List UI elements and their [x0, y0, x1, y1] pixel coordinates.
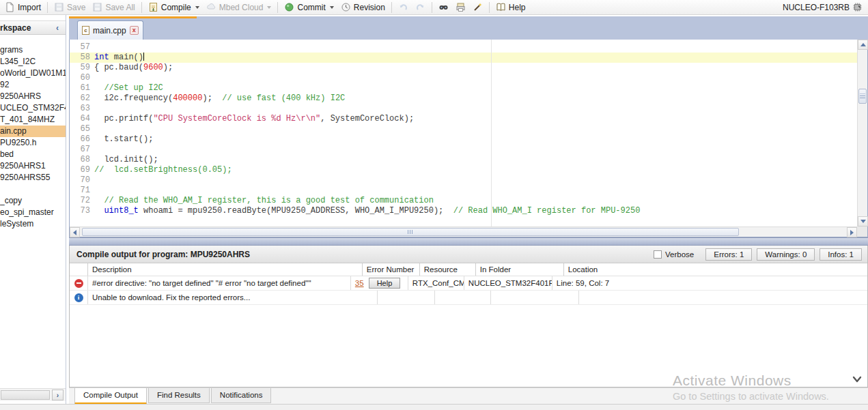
code-line-58[interactable]: 58int main() — [70, 53, 857, 63]
infos-button[interactable]: Infos: 1 — [820, 248, 862, 261]
import-button[interactable]: Import — [1, 1, 44, 14]
code-line-66[interactable]: 66 t.start(); — [70, 134, 857, 145]
code-area[interactable]: 57 58int main()59{ pc.baud(9600);60 61 /… — [70, 40, 857, 226]
board-chip-icon — [852, 2, 863, 12]
cloud-icon — [206, 2, 216, 12]
vscroll-thumb[interactable] — [858, 89, 867, 104]
scroll-up-button[interactable] — [858, 40, 868, 50]
counter-buttons: Errors: 1Warnings: 0Infos: 1 — [701, 250, 862, 259]
chevron-down-icon[interactable] — [195, 6, 199, 9]
col-resource[interactable]: Resource — [419, 263, 475, 276]
code-line-67[interactable]: 67 — [70, 145, 857, 155]
panel-splitter[interactable] — [69, 237, 868, 246]
code-line-69[interactable]: 69// lcd.setBrightness(0.05); — [70, 165, 857, 175]
chevron-down-icon[interactable] — [852, 375, 863, 384]
code-line-65[interactable]: 65 — [70, 124, 857, 134]
in-folder-cell — [490, 291, 578, 304]
help-button[interactable]: Help — [492, 1, 529, 14]
code-line-63[interactable]: 63 — [70, 104, 857, 114]
code-line-59[interactable]: 59{ pc.baud(9600); — [70, 63, 857, 73]
tree-item-grams[interactable]: grams — [0, 44, 66, 56]
output-row-info[interactable]: iUnable to download. Fix the reported er… — [70, 291, 867, 305]
error-number-cell: 35Help — [350, 276, 408, 290]
code-line-70[interactable]: 70 — [70, 175, 857, 186]
bottom-tabbar: Compile OutputFind ResultsNotifications — [69, 387, 868, 404]
output-row-error[interactable]: #error directive: "no target defined" "#… — [70, 276, 867, 291]
warnings-button[interactable]: Warnings: 0 — [757, 248, 815, 261]
scroll-right-button[interactable] — [847, 227, 857, 237]
tree-item-pu9250-h[interactable]: PU9250.h — [0, 137, 66, 149]
code-line-71[interactable]: 71 — [70, 186, 857, 196]
tree-item-eo-spi-master[interactable]: eo_spi_master — [0, 207, 66, 218]
sidebar-scroll-right-button[interactable]: › — [52, 390, 64, 400]
print-button[interactable] — [452, 1, 469, 14]
editor-tabstrip: c main.cpp x — [69, 16, 868, 40]
hscroll-thumb[interactable] — [82, 228, 739, 236]
tab-notifications[interactable]: Notifications — [211, 388, 272, 403]
line-number: 72 — [70, 196, 94, 206]
commit-button[interactable]: Commit — [281, 1, 337, 14]
help-button[interactable]: Help — [369, 278, 401, 289]
code-line-61[interactable]: 61 //Set up I2C — [70, 83, 857, 93]
info-icon: i — [74, 293, 83, 302]
resource-cell — [434, 291, 490, 304]
tree-item-9250ahrs55[interactable]: 9250AHRS55 — [0, 172, 66, 184]
revision-button[interactable]: Revision — [337, 1, 389, 14]
errors-button[interactable]: Errors: 1 — [705, 248, 752, 261]
verbose-label: Verbose — [665, 250, 694, 259]
tree-item-ain-cpp[interactable]: ain.cpp — [0, 126, 66, 137]
editor-vscrollbar[interactable] — [857, 40, 867, 226]
compile-button[interactable]: Compile — [145, 1, 203, 14]
chevron-down-icon[interactable] — [267, 6, 271, 9]
scroll-left-button[interactable] — [70, 227, 80, 237]
code-line-73[interactable]: 73 uint8_t whoami = mpu9250.readByte(MPU… — [70, 206, 857, 216]
tree-item--copy[interactable]: _copy — [0, 195, 66, 207]
error-number-link[interactable]: 35 — [355, 279, 364, 287]
code-line-57[interactable]: 57 — [70, 42, 857, 53]
col-location[interactable]: Location — [563, 263, 867, 276]
col-in-folder[interactable]: In Folder — [475, 263, 563, 276]
selected-device[interactable]: NUCLEO-F103RB — [783, 2, 864, 12]
tab-find-results[interactable]: Find Results — [148, 388, 210, 403]
tree-item-92[interactable]: 92 — [0, 79, 66, 91]
code-line-60[interactable]: 60 — [70, 73, 857, 83]
close-tab-icon[interactable]: x — [130, 26, 139, 35]
tab-main-cpp[interactable]: c main.cpp x — [77, 20, 143, 40]
tree-item-l345-i2c[interactable]: L345_I2C — [0, 56, 66, 68]
sidebar-hscroll-thumb[interactable] — [1, 390, 50, 400]
sidebar-hscrollbar[interactable]: › — [0, 388, 66, 401]
line-number: 71 — [70, 186, 94, 196]
tree-item-lesystem[interactable]: leSystem — [0, 218, 66, 230]
collapse-sidebar-icon[interactable]: ‹ — [56, 23, 66, 33]
fix-button[interactable] — [469, 1, 486, 14]
tree-item-bed[interactable]: bed — [0, 149, 66, 160]
code-line-62[interactable]: 62 i2c.frequency(400000); // use fast (4… — [70, 93, 857, 104]
verbose-checkbox[interactable] — [654, 250, 662, 259]
editor-hscrollbar[interactable] — [70, 226, 857, 237]
tree-item-ucleo-stm32f401[interactable]: UCLEO_STM32F401 — [0, 102, 66, 114]
toolbar: ImportSaveSave AllCompileMbed CloudCommi… — [0, 0, 868, 15]
verbose-toggle[interactable]: Verbose — [654, 250, 694, 259]
severity-cell — [70, 279, 87, 288]
scroll-down-button[interactable] — [858, 216, 868, 226]
tree-item-t-401-84mhz[interactable]: T_401_84MHZ — [0, 114, 66, 126]
toolbar-separator — [277, 2, 278, 13]
code-line-64[interactable]: 64 pc.printf("CPU SystemCoreClock is %d … — [70, 114, 857, 124]
device-name: NUCLEO-F103RB — [783, 3, 850, 12]
col-error-number[interactable]: Error Number — [362, 263, 419, 276]
tree-item-oworld-idw01m1v2[interactable]: oWorld_IDW01M1v2 — [0, 68, 66, 79]
tree-item-9250ahrs[interactable]: 9250AHRS — [0, 91, 66, 102]
find-button[interactable] — [435, 1, 452, 14]
description-cell: #error directive: "no target defined" "#… — [87, 276, 350, 290]
col-description[interactable]: Description — [87, 263, 362, 276]
triangle-right-icon — [850, 230, 854, 235]
code-editor[interactable]: 57 58int main()59{ pc.baud(9600);60 61 /… — [69, 40, 868, 237]
code-line-68[interactable]: 68 lcd.init(); — [70, 155, 857, 165]
tab-compile-output[interactable]: Compile Output — [74, 388, 147, 405]
tree-item-9250ahrs1[interactable]: 9250AHRS1 — [0, 160, 66, 172]
chevron-down-icon[interactable] — [330, 6, 334, 9]
floppy-icon — [54, 2, 64, 12]
line-number: 68 — [70, 155, 94, 165]
code-line-72[interactable]: 72 // Read the WHO_AM_I register, this i… — [70, 196, 857, 206]
workspace-header: rkspace ‹ — [0, 20, 66, 35]
